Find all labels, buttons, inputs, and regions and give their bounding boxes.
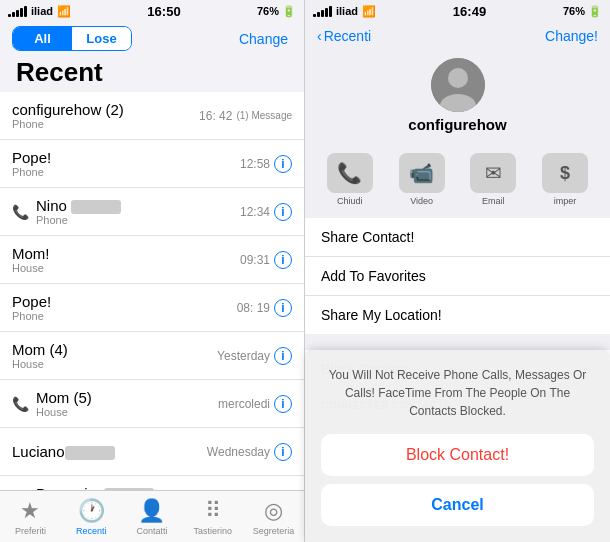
phone-icon: 📞 bbox=[12, 396, 30, 412]
tab-recenti[interactable]: 🕐 Recenti bbox=[66, 498, 116, 536]
action-imper[interactable]: $ imper bbox=[542, 153, 588, 206]
contact-name: Mom (5) bbox=[36, 389, 218, 406]
segment-lose[interactable]: Lose bbox=[72, 27, 131, 50]
contact-right: 09:31 i bbox=[240, 251, 292, 269]
carrier-name-right: iliad bbox=[336, 5, 358, 17]
contact-info: Mom! House bbox=[12, 245, 240, 274]
status-bar-right: iliad 📶 16:49 76% 🔋 bbox=[305, 0, 610, 22]
block-overlay: You Will Not Receive Phone Calls, Messag… bbox=[305, 350, 610, 542]
contact-type: Phone bbox=[12, 166, 240, 178]
recent-title: Recent bbox=[0, 55, 304, 92]
person-icon: 👤 bbox=[138, 498, 165, 524]
right-panel: iliad 📶 16:49 76% 🔋 ‹ Recenti Change! co… bbox=[305, 0, 610, 542]
contact-right: 12:34 i bbox=[240, 203, 292, 221]
contact-type: House bbox=[36, 406, 218, 418]
avatar-svg bbox=[431, 58, 485, 112]
list-item[interactable]: Mom (4) House Yesterday i bbox=[0, 332, 304, 380]
message-badge: (1) Message bbox=[236, 110, 292, 121]
svg-point-1 bbox=[448, 68, 468, 88]
action-video-label: Video bbox=[410, 196, 433, 206]
list-item[interactable]: Pope! Phone 12:58 i bbox=[0, 140, 304, 188]
action-email-label: Email bbox=[482, 196, 505, 206]
segment-control[interactable]: All Lose bbox=[12, 26, 132, 51]
info-icon[interactable]: i bbox=[274, 443, 292, 461]
back-button[interactable]: ‹ Recenti bbox=[317, 28, 371, 44]
signal-icon-left bbox=[8, 6, 27, 17]
contact-name: Pope! bbox=[12, 149, 240, 166]
contact-info: Pope! Phone bbox=[12, 149, 240, 178]
list-item[interactable]: 📞 Nino Phone 12:34 i bbox=[0, 188, 304, 236]
contact-name: Luciano bbox=[12, 443, 207, 460]
dollar-icon: $ bbox=[542, 153, 588, 193]
left-panel: iliad 📶 16:50 76% 🔋 All Lose Change Rece… bbox=[0, 0, 305, 542]
tab-label-contatti: Contatti bbox=[136, 526, 167, 536]
contact-info: Mom (4) House bbox=[12, 341, 217, 370]
info-icon[interactable]: i bbox=[274, 155, 292, 173]
grid-icon: ⠿ bbox=[205, 498, 221, 524]
change-button-left[interactable]: Change bbox=[239, 31, 292, 47]
star-icon: ★ bbox=[20, 498, 40, 524]
list-item[interactable]: 📞 Domenico Phone Monday s bbox=[0, 476, 304, 490]
list-item[interactable]: Luciano Wednesday i bbox=[0, 428, 304, 476]
change-button-right[interactable]: Change! bbox=[545, 28, 598, 44]
back-label: Recenti bbox=[324, 28, 371, 44]
wifi-icon-right: 📶 bbox=[362, 5, 376, 18]
share-contact-option[interactable]: Share Contact! bbox=[305, 218, 610, 257]
tab-tastierino[interactable]: ⠿ Tastierino bbox=[188, 498, 238, 536]
battery-icon-left: 🔋 bbox=[282, 5, 296, 18]
contact-options: Share Contact! Add To Favorites Share My… bbox=[305, 218, 610, 334]
contact-name: Mom! bbox=[12, 245, 240, 262]
contact-info: Luciano bbox=[12, 443, 207, 460]
contact-right: 08: 19 i bbox=[237, 299, 292, 317]
carrier-name-left: iliad bbox=[31, 5, 53, 17]
info-icon[interactable]: i bbox=[274, 395, 292, 413]
tab-label-segreteria: Segreteria bbox=[253, 526, 295, 536]
contact-time: 12:34 bbox=[240, 205, 270, 219]
tab-label-preferiti: Preferiti bbox=[15, 526, 46, 536]
voicemail-icon: ◎ bbox=[264, 498, 283, 524]
tab-contatti[interactable]: 👤 Contatti bbox=[127, 498, 177, 536]
contact-info: configurehow (2) Phone bbox=[12, 101, 199, 130]
contact-right: 12:58 i bbox=[240, 155, 292, 173]
contact-type: House bbox=[12, 358, 217, 370]
list-item[interactable]: Mom! House 09:31 i bbox=[0, 236, 304, 284]
battery-percent-right: 76% bbox=[563, 5, 585, 17]
contact-info: Nino Phone bbox=[36, 197, 240, 226]
info-icon[interactable]: i bbox=[274, 251, 292, 269]
battery-percent-left: 76% bbox=[257, 5, 279, 17]
contact-type: Phone bbox=[36, 214, 240, 226]
list-item[interactable]: 📞 Mom (5) House mercoledi i bbox=[0, 380, 304, 428]
contacts-list: configurehow (2) Phone 16: 42 (1) Messag… bbox=[0, 92, 304, 490]
tab-preferiti[interactable]: ★ Preferiti bbox=[5, 498, 55, 536]
contact-time: mercoledi bbox=[218, 397, 270, 411]
contact-info: Pope! Phone bbox=[12, 293, 237, 322]
segment-all[interactable]: All bbox=[13, 27, 72, 50]
contact-time: 08: 19 bbox=[237, 301, 270, 315]
list-item[interactable]: Pope! Phone 08: 19 i bbox=[0, 284, 304, 332]
tab-segreteria[interactable]: ◎ Segreteria bbox=[249, 498, 299, 536]
contact-name: Pope! bbox=[12, 293, 237, 310]
contact-time: 12:58 bbox=[240, 157, 270, 171]
time-left: 16:50 bbox=[147, 4, 180, 19]
battery-area-right: 76% 🔋 bbox=[563, 5, 602, 18]
chevron-left-icon: ‹ bbox=[317, 28, 322, 44]
action-email[interactable]: ✉ Email bbox=[470, 153, 516, 206]
cancel-button[interactable]: Cancel bbox=[321, 484, 594, 526]
contact-info: Mom (5) House bbox=[36, 389, 218, 418]
video-icon: 📹 bbox=[399, 153, 445, 193]
block-contact-button[interactable]: Block Contact! bbox=[321, 434, 594, 476]
tab-label-recenti: Recenti bbox=[76, 526, 107, 536]
email-icon: ✉ bbox=[470, 153, 516, 193]
list-item[interactable]: configurehow (2) Phone 16: 42 (1) Messag… bbox=[0, 92, 304, 140]
action-call[interactable]: 📞 Chiudi bbox=[327, 153, 373, 206]
info-icon[interactable]: i bbox=[274, 347, 292, 365]
info-icon[interactable]: i bbox=[274, 203, 292, 221]
action-video[interactable]: 📹 Video bbox=[399, 153, 445, 206]
avatar bbox=[431, 58, 485, 112]
add-favorites-option[interactable]: Add To Favorites bbox=[305, 257, 610, 296]
action-buttons: 📞 Chiudi 📹 Video ✉ Email $ imper bbox=[305, 145, 610, 214]
right-nav: ‹ Recenti Change! bbox=[305, 22, 610, 50]
share-location-option[interactable]: Share My Location! bbox=[305, 296, 610, 334]
clock-icon: 🕐 bbox=[78, 498, 105, 524]
info-icon[interactable]: i bbox=[274, 299, 292, 317]
